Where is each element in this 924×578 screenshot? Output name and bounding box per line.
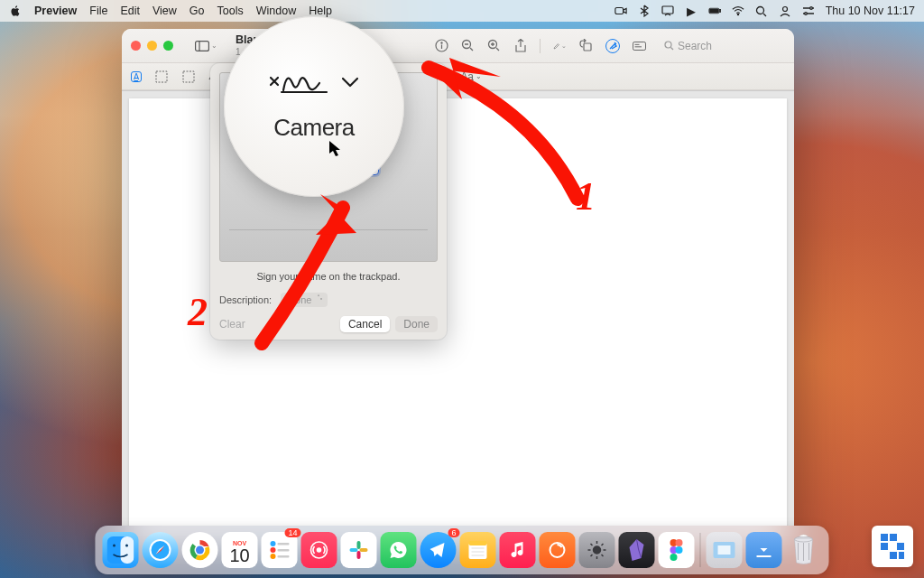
magnifier-overlay: Camera: [224, 16, 404, 197]
minimize-button[interactable]: [147, 41, 157, 51]
watermark-logo: [872, 526, 913, 567]
dock-finder[interactable]: [103, 532, 139, 568]
dock-notes[interactable]: [460, 532, 496, 568]
svg-point-33: [271, 541, 276, 546]
svg-rect-65: [890, 552, 897, 559]
description-select[interactable]: None: [281, 293, 328, 307]
dock-screenshot-folder[interactable]: [707, 532, 743, 568]
svg-rect-20: [183, 71, 194, 82]
dock-separator: [700, 533, 701, 567]
dock: NOV10 14 6: [96, 526, 829, 574]
signature-glyph-icon: [269, 67, 332, 98]
dock-cleanmymac[interactable]: [540, 532, 576, 568]
screen-mirroring-icon[interactable]: [661, 5, 674, 17]
menu-view[interactable]: View: [152, 5, 177, 17]
dock-trash[interactable]: [786, 532, 822, 568]
search-icon: [664, 41, 674, 51]
chevron-down-icon: [341, 76, 359, 89]
menu-edit[interactable]: Edit: [120, 5, 140, 17]
clear-button[interactable]: Clear: [219, 316, 254, 332]
zoom-in-button[interactable]: [487, 39, 501, 52]
bluetooth-menubar-icon[interactable]: [638, 5, 651, 17]
svg-rect-64: [897, 543, 904, 550]
text-style-tool[interactable]: Aa⌄: [464, 70, 478, 84]
dock-obsidian[interactable]: [619, 532, 655, 568]
menu-file[interactable]: File: [89, 5, 107, 17]
svg-point-32: [196, 546, 204, 555]
dock-overcast[interactable]: [301, 532, 337, 568]
signature-baseline: [229, 229, 428, 230]
menubar-datetime[interactable]: Thu 10 Nov 11:17: [826, 5, 915, 17]
done-button[interactable]: Done: [395, 316, 438, 332]
window-controls: [131, 41, 173, 51]
dock-telegram[interactable]: 6: [420, 532, 457, 568]
svg-point-7: [782, 7, 787, 12]
svg-rect-36: [278, 549, 290, 552]
svg-rect-58: [718, 545, 731, 555]
svg-point-27: [125, 545, 128, 547]
svg-rect-41: [357, 541, 361, 549]
dock-downloads[interactable]: [746, 532, 782, 568]
camera-tab-label: Camera: [273, 114, 354, 142]
menu-help[interactable]: Help: [309, 5, 332, 17]
svg-point-6: [757, 6, 764, 14]
menu-go[interactable]: Go: [189, 5, 205, 17]
dock-settings[interactable]: [579, 532, 615, 568]
control-center-icon[interactable]: [802, 5, 815, 17]
video-menubar-icon[interactable]: [614, 5, 627, 17]
svg-point-13: [441, 42, 442, 43]
zoom-out-button[interactable]: [461, 39, 475, 52]
dock-chrome[interactable]: [182, 532, 218, 568]
window-titlebar: ⌄ Blank PDF 1 page ⌄ Search: [122, 29, 794, 63]
maximize-button[interactable]: [163, 41, 173, 51]
svg-rect-46: [469, 541, 487, 545]
svg-rect-34: [278, 543, 290, 545]
svg-point-26: [113, 545, 116, 547]
wifi-menubar-icon[interactable]: [732, 5, 744, 17]
text-selection-tool[interactable]: A̲: [131, 71, 142, 82]
svg-rect-44: [350, 548, 358, 552]
user-menubar-icon[interactable]: [779, 5, 791, 17]
app-name[interactable]: Preview: [34, 5, 77, 17]
svg-rect-16: [584, 43, 591, 51]
dock-whatsapp[interactable]: [381, 532, 417, 568]
dock-figma[interactable]: [659, 532, 695, 568]
spotlight-menubar-icon[interactable]: [755, 5, 768, 17]
search-placeholder: Search: [678, 40, 712, 52]
svg-point-55: [676, 546, 683, 554]
svg-rect-0: [615, 8, 624, 14]
instant-alpha-tool[interactable]: [181, 70, 196, 84]
now-playing-icon[interactable]: ▶: [685, 5, 698, 17]
svg-rect-10: [196, 41, 209, 51]
dock-slack[interactable]: [341, 532, 377, 568]
svg-rect-17: [633, 42, 646, 50]
dock-calendar[interactable]: NOV10: [222, 532, 258, 568]
svg-rect-61: [881, 534, 888, 541]
battery-menubar-icon[interactable]: [708, 5, 721, 17]
dock-safari[interactable]: [143, 532, 179, 568]
share-button[interactable]: [513, 39, 527, 52]
highlight-button[interactable]: ⌄: [553, 39, 567, 52]
svg-point-53: [676, 539, 683, 546]
close-button[interactable]: [131, 41, 141, 51]
svg-point-9: [804, 13, 807, 15]
svg-rect-66: [899, 552, 904, 559]
cancel-button[interactable]: Cancel: [340, 316, 390, 332]
info-button[interactable]: [435, 39, 448, 52]
markup-toggle-button[interactable]: [605, 39, 620, 53]
dock-reminders[interactable]: 14: [262, 532, 298, 568]
rect-selection-tool[interactable]: [154, 70, 169, 84]
menu-window[interactable]: Window: [256, 5, 296, 17]
dock-music[interactable]: [500, 532, 536, 568]
svg-rect-62: [890, 534, 897, 541]
form-fill-button[interactable]: [633, 39, 646, 52]
svg-rect-38: [278, 555, 290, 558]
svg-point-51: [594, 546, 601, 554]
apple-menu-icon[interactable]: [9, 5, 22, 17]
rotate-button[interactable]: [579, 39, 593, 52]
search-field[interactable]: Search: [659, 38, 785, 54]
menu-tools[interactable]: Tools: [217, 5, 244, 17]
svg-rect-19: [156, 71, 167, 82]
sidebar-toggle-button[interactable]: ⌄: [189, 39, 223, 53]
signature-instruction: Sign your name on the trackpad.: [219, 271, 438, 282]
